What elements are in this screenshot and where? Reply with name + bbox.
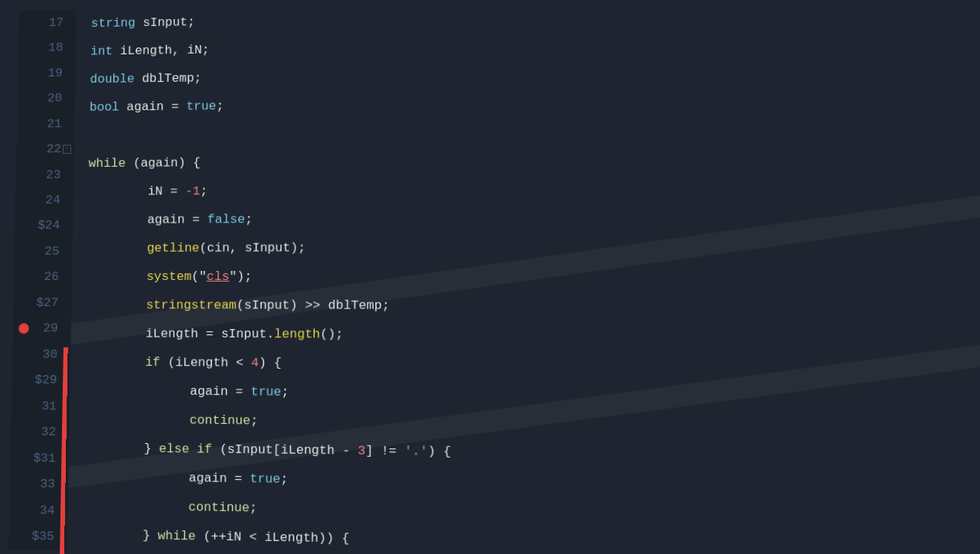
code-line-27: stringstream ( sInput ) >> dblTemp ; (86, 291, 980, 321)
code-line-24: again = false ; (87, 202, 980, 234)
line-27: 26 (14, 264, 72, 290)
code-line-23: iN = -1 ; (88, 172, 980, 206)
line-19: 19 (18, 60, 76, 86)
token-sinput: sInput (142, 15, 188, 28)
line-17: 17 (19, 9, 77, 35)
line-21: 21 (17, 111, 75, 137)
line-22: - 22 (16, 136, 74, 162)
breakpoint-29[interactable] (18, 323, 29, 334)
line-25: $24 (15, 213, 73, 239)
line-32: 31 (11, 393, 70, 419)
code-content: string sInput ; int iLength , iN ; doubl… (67, 0, 980, 554)
line-20: 20 (18, 86, 76, 112)
line-35: 33 (10, 471, 69, 497)
line-number-gutter: 17 18 19 20 21 - 22 23 24 $24 25 26 $27 … (8, 9, 77, 549)
line-36: 34 (9, 497, 68, 523)
line-29: 29 (13, 315, 72, 341)
line-33: 32 (11, 419, 70, 445)
line-34: $31 (10, 445, 69, 471)
code-line-28: iLength = sInput . length (); (86, 319, 980, 351)
line-24: 24 (15, 187, 74, 213)
code-line-25: getline ( cin , sInput ); (87, 231, 980, 262)
line-23: 23 (16, 161, 74, 187)
token-string-kw: string (91, 16, 136, 29)
token-while: while (89, 157, 126, 170)
code-line-26: system ( "cls" ); (87, 261, 980, 291)
line-37: $35 (8, 523, 67, 549)
line-18: 18 (18, 34, 77, 60)
fold-icon[interactable]: - (63, 145, 72, 154)
line-30: 30 (12, 341, 71, 367)
code-editor: 17 18 19 20 21 - 22 23 24 $24 25 26 $27 … (0, 0, 980, 554)
line-28: $27 (13, 290, 72, 316)
code-line-22: while ( again ) { (88, 142, 980, 178)
line-26: 25 (15, 239, 73, 265)
line-31: $29 (11, 367, 70, 393)
